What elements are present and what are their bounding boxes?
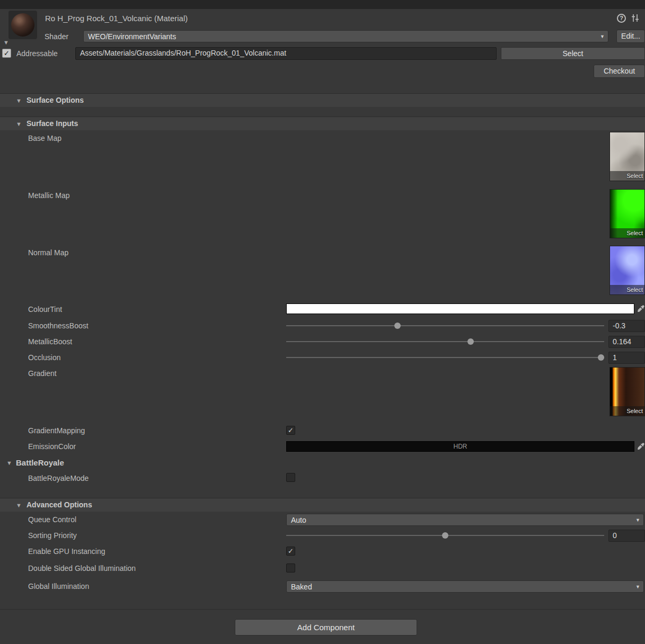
- shader-dropdown-value: WEO/EnvironmentVariants: [84, 32, 600, 41]
- foldout-icon[interactable]: ▼: [16, 121, 22, 127]
- metallic-map-select-button[interactable]: Select: [610, 228, 644, 238]
- slider-track: [286, 341, 604, 342]
- global-illumination-value: Baked: [287, 583, 635, 591]
- smoothness-boost-value[interactable]: -0.3: [608, 320, 645, 332]
- normal-map-thumbnail[interactable]: Select: [609, 246, 645, 295]
- shader-dropdown[interactable]: WEO/EnvironmentVariants ▼: [83, 30, 608, 42]
- occlusion-label: Occlusion: [28, 353, 60, 362]
- sorting-priority-label: Sorting Priority: [28, 531, 77, 540]
- emission-color-label: EmissionColor: [28, 442, 76, 451]
- inspector-panel: ▼ Ro H_Prog Rock_01_Volcanic (Material) …: [0, 0, 645, 644]
- eyedropper-icon[interactable]: [637, 305, 644, 314]
- surface-options-title: Surface Options: [26, 96, 84, 104]
- chevron-down-icon: ▼: [600, 34, 608, 39]
- battle-royale-mode-checkbox[interactable]: [286, 473, 295, 482]
- presets-icon[interactable]: [631, 14, 640, 23]
- metallic-boost-label: MetallicBoost: [28, 337, 72, 346]
- footer-divider: [0, 609, 645, 610]
- metallic-boost-value[interactable]: 0.164: [608, 336, 645, 348]
- addressable-checkbox[interactable]: ✓: [2, 49, 11, 58]
- global-illumination-label: Global Illumination: [28, 582, 89, 591]
- battle-royale-foldout-icon[interactable]: ▼: [6, 460, 12, 466]
- hdr-badge: HDR: [454, 443, 467, 450]
- preview-foldout-icon[interactable]: ▼: [3, 39, 9, 46]
- slider-handle[interactable]: [598, 354, 604, 361]
- gradient-thumbnail[interactable]: Select: [609, 367, 645, 416]
- checkout-button[interactable]: Checkout: [594, 65, 645, 78]
- occlusion-value[interactable]: 1: [608, 352, 645, 364]
- base-map-select-button[interactable]: Select: [610, 171, 644, 181]
- smoothness-boost-slider[interactable]: [286, 320, 604, 331]
- sorting-priority-slider[interactable]: [286, 530, 604, 541]
- slider-handle[interactable]: [467, 338, 474, 345]
- gpu-instancing-label: Enable GPU Instancing: [28, 547, 105, 556]
- queue-control-dropdown[interactable]: Auto ▼: [286, 514, 644, 526]
- queue-control-label: Queue Control: [28, 515, 76, 524]
- gradient-select-button[interactable]: Select: [610, 406, 644, 416]
- gradient-mapping-checkbox[interactable]: ✓: [286, 426, 295, 435]
- surface-options-header[interactable]: ▼ Surface Options: [0, 93, 645, 107]
- double-sided-gi-checkbox[interactable]: [286, 564, 295, 573]
- base-map-thumbnail[interactable]: Select: [609, 132, 645, 181]
- gpu-instancing-checkbox[interactable]: ✓: [286, 547, 295, 556]
- global-illumination-dropdown[interactable]: Baked ▼: [286, 580, 644, 593]
- chevron-down-icon: ▼: [635, 584, 643, 589]
- foldout-icon[interactable]: ▼: [16, 502, 22, 508]
- shader-edit-button[interactable]: Edit...: [616, 30, 645, 43]
- advanced-options-header[interactable]: ▼ Advanced Options: [0, 498, 645, 512]
- add-component-button[interactable]: Add Component: [235, 619, 417, 636]
- emission-color-swatch[interactable]: HDR: [286, 441, 634, 452]
- smoothness-boost-label: SmoothnessBoost: [28, 321, 89, 330]
- material-preview-sphere: [11, 13, 34, 37]
- material-preview-box: [8, 11, 37, 39]
- sorting-priority-value[interactable]: 0: [608, 530, 645, 542]
- metallic-map-label: Metallic Map: [28, 191, 70, 200]
- slider-handle[interactable]: [394, 323, 401, 329]
- normal-map-select-button[interactable]: Select: [610, 285, 644, 294]
- colour-tint-swatch[interactable]: [286, 303, 634, 314]
- slider-track: [286, 357, 604, 358]
- surface-inputs-header[interactable]: ▼ Surface Inputs: [0, 117, 645, 130]
- slider-handle[interactable]: [442, 532, 448, 539]
- gradient-mapping-label: GradientMapping: [28, 426, 85, 435]
- window-top-strip: [0, 0, 645, 9]
- foldout-icon[interactable]: ▼: [16, 97, 22, 104]
- shader-label: Shader: [45, 32, 68, 41]
- queue-control-value: Auto: [287, 516, 635, 524]
- surface-inputs-title: Surface Inputs: [26, 119, 78, 128]
- slider-track: [286, 325, 604, 326]
- base-map-label: Base Map: [28, 134, 61, 142]
- gradient-label: Gradient: [28, 369, 57, 378]
- occlusion-slider[interactable]: [286, 352, 604, 363]
- chevron-down-icon: ▼: [635, 517, 643, 523]
- double-sided-gi-label: Double Sided Global Illumination: [28, 564, 136, 573]
- normal-map-label: Normal Map: [28, 248, 68, 257]
- help-icon[interactable]: ?: [617, 14, 626, 23]
- eyedropper-icon[interactable]: [637, 443, 644, 452]
- metallic-map-thumbnail[interactable]: Select: [609, 189, 645, 238]
- battle-royale-title[interactable]: BattleRoyale: [16, 458, 64, 467]
- colour-tint-label: ColourTint: [28, 305, 62, 314]
- advanced-options-title: Advanced Options: [26, 500, 92, 509]
- addressable-label: Addressable: [16, 49, 58, 58]
- battle-royale-mode-label: BattleRoyaleMode: [28, 474, 89, 482]
- addressable-select-button[interactable]: Select: [501, 47, 645, 60]
- metallic-boost-slider[interactable]: [286, 336, 604, 347]
- addressable-path-field[interactable]: Assets/Materials/Grasslands/RoH_ProgRock…: [75, 47, 497, 60]
- material-title: Ro H_Prog Rock_01_Volcanic (Material): [45, 14, 188, 23]
